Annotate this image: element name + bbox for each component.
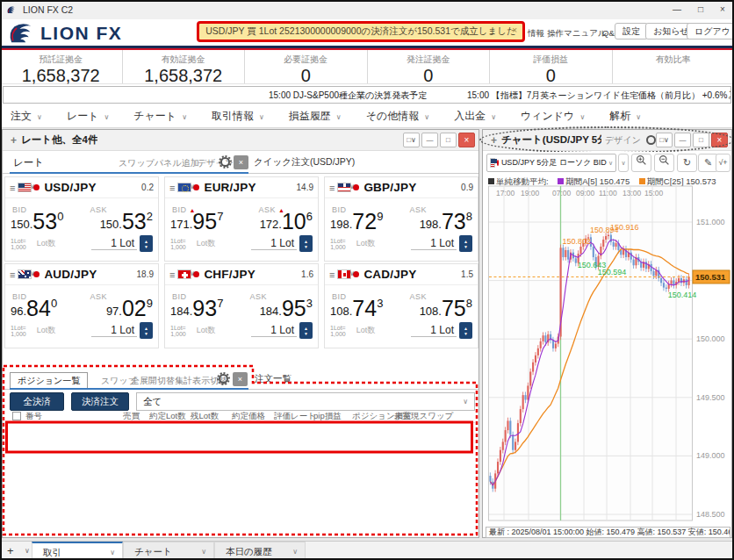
- tab-order-list[interactable]: 注文一覧: [255, 373, 291, 385]
- chevron-down-icon[interactable]: ∨: [190, 183, 195, 190]
- hamburger-icon[interactable]: ≡: [329, 269, 335, 280]
- rates-action-1[interactable]: パネル追加: [155, 157, 199, 169]
- hamburger-icon[interactable]: ≡: [169, 183, 175, 193]
- taskbar-tab-本日の履歴[interactable]: 本日の履歴∨: [214, 542, 306, 560]
- zoom-out-button[interactable]: [654, 154, 674, 172]
- rates-tab-close-icon[interactable]: ×: [234, 155, 248, 169]
- column-header-4[interactable]: 約定価格: [232, 411, 265, 422]
- column-header-1[interactable]: 売買: [123, 411, 140, 422]
- gear-icon[interactable]: [219, 374, 228, 384]
- panel-close-button[interactable]: ×: [458, 133, 475, 147]
- menu-item-入出金[interactable]: 入出金∨: [454, 109, 496, 124]
- stepper-down-icon[interactable]: ▼: [304, 331, 308, 336]
- lot-input[interactable]: 1 Lot: [91, 237, 137, 250]
- column-header-6[interactable]: pip損益: [313, 411, 342, 422]
- chevron-down-icon[interactable]: ∨: [25, 547, 30, 555]
- chart-symbol-select[interactable]: USD/JPY 5分足 ローソク BID ∨: [486, 154, 616, 172]
- bid-price[interactable]: 184.937: [170, 298, 223, 319]
- taskbar-tab-取引[interactable]: 取引∨: [32, 542, 123, 560]
- menu-item-損益履歴[interactable]: 損益履歴∨: [289, 109, 342, 124]
- ask-price[interactable]: 198.738: [420, 211, 472, 233]
- add-tab-button[interactable]: +: [7, 544, 14, 557]
- notification-close-icon[interactable]: ×: [512, 25, 517, 35]
- chevron-down-icon[interactable]: ∨: [190, 269, 195, 277]
- ask-price[interactable]: 97.029: [106, 298, 153, 319]
- rates-action-0[interactable]: スワップ: [119, 157, 155, 169]
- chart-select-expand-button[interactable]: ∨: [618, 154, 629, 172]
- ask-price[interactable]: 108.758: [420, 298, 472, 319]
- lot-stepper[interactable]: ▲▼: [299, 235, 313, 252]
- gear-icon[interactable]: [646, 135, 656, 145]
- header-button[interactable]: ログアウト: [687, 23, 734, 39]
- bid-price[interactable]: 150.530: [11, 211, 63, 233]
- indicator-button[interactable]: √+: [716, 154, 730, 172]
- bid-price[interactable]: 108.743: [330, 298, 383, 319]
- zoom-in-button[interactable]: [631, 154, 651, 172]
- stepper-down-icon[interactable]: ▼: [464, 244, 468, 249]
- taskbar-tab-チャート[interactable]: チャート∨: [123, 542, 214, 560]
- refresh-button[interactable]: ↻: [677, 154, 697, 172]
- lot-input[interactable]: 1 Lot: [91, 324, 137, 337]
- column-header-0[interactable]: 番号: [25, 411, 42, 422]
- bid-price[interactable]: 198.729: [330, 211, 383, 233]
- rates-panel-titlebar[interactable]: + レート他、全4件 □∨—□×: [3, 130, 479, 151]
- column-header-5[interactable]: 評価レート: [274, 411, 316, 422]
- lot-stepper[interactable]: ▲▼: [459, 322, 472, 339]
- ask-price[interactable]: 184.953: [260, 298, 313, 319]
- tab-position-list[interactable]: ポジション一覧: [10, 372, 88, 390]
- header-link[interactable]: 操作マニュアル: [547, 28, 607, 39]
- positions-filter-select[interactable]: 全て∨: [136, 392, 475, 411]
- positions-tab-close-icon[interactable]: ×: [233, 372, 248, 386]
- header-button[interactable]: 設定: [615, 23, 648, 39]
- hamburger-icon[interactable]: ≡: [10, 269, 15, 280]
- ask-price[interactable]: 172.106: [260, 211, 313, 233]
- stepper-down-icon[interactable]: ▼: [144, 244, 148, 249]
- ask-price[interactable]: 150.532: [100, 211, 153, 233]
- menu-item-レート[interactable]: レート∨: [67, 109, 109, 124]
- bid-price[interactable]: 171.957: [170, 211, 223, 233]
- gear-icon[interactable]: [220, 157, 230, 167]
- menu-item-ウィンドウ[interactable]: ウィンドウ∨: [521, 109, 585, 124]
- chevron-down-icon[interactable]: ∨: [30, 183, 35, 190]
- positions-action-1[interactable]: 全展開切替: [131, 375, 175, 387]
- panel-minimize-button[interactable]: —: [421, 133, 438, 147]
- lot-input[interactable]: 1 Lot: [411, 237, 457, 250]
- hamburger-icon[interactable]: ≡: [169, 269, 175, 280]
- lot-stepper[interactable]: ▲▼: [299, 322, 313, 339]
- stepper-down-icon[interactable]: ▼: [464, 331, 468, 336]
- price-chart[interactable]: 151.000150.500150.000149.500149.000148.5…: [484, 183, 732, 525]
- window-close-button[interactable]: ×: [711, 0, 734, 18]
- lot-input[interactable]: 1 Lot: [251, 237, 297, 250]
- move-icon[interactable]: +: [11, 134, 17, 147]
- tab-rate[interactable]: レート: [13, 156, 44, 169]
- panel-maximize-button[interactable]: □: [440, 133, 457, 147]
- lot-stepper[interactable]: ▲▼: [140, 235, 153, 252]
- column-header-8[interactable]: 未実現スワップ: [394, 411, 453, 422]
- select-all-checkbox[interactable]: [12, 412, 21, 420]
- stepper-down-icon[interactable]: ▼: [304, 244, 308, 249]
- chevron-down-icon[interactable]: ∨: [30, 269, 35, 277]
- menu-item-解析[interactable]: 解析∨: [609, 109, 641, 124]
- menu-item-チャート[interactable]: チャート∨: [133, 109, 187, 124]
- hamburger-icon[interactable]: ≡: [329, 183, 335, 193]
- window-minimize-button[interactable]: —: [666, 0, 688, 18]
- column-header-2[interactable]: 約定Lot数: [149, 411, 186, 422]
- menu-item-取引情報[interactable]: 取引情報∨: [212, 109, 264, 124]
- close-order-button[interactable]: 決済注文: [71, 392, 129, 411]
- close-all-button[interactable]: 全決済: [10, 392, 64, 411]
- menu-item-注文[interactable]: 注文∨: [11, 109, 42, 124]
- tab-quick-order[interactable]: クイック注文(USD/JPY): [254, 156, 355, 169]
- panel-layout-button[interactable]: □∨: [403, 133, 420, 147]
- header-link[interactable]: 情報: [528, 28, 544, 39]
- lot-stepper[interactable]: ▲▼: [459, 235, 472, 252]
- lot-input[interactable]: 1 Lot: [251, 324, 297, 337]
- bid-price[interactable]: 96.840: [11, 298, 57, 319]
- menu-item-その他情報[interactable]: その他情報∨: [366, 109, 429, 124]
- column-header-3[interactable]: 残Lot数: [191, 411, 219, 422]
- window-maximize-button[interactable]: □: [689, 0, 712, 18]
- hamburger-icon[interactable]: ≡: [10, 183, 15, 193]
- lot-stepper[interactable]: ▲▼: [140, 322, 153, 339]
- chart-panel-titlebar[interactable]: + チャート(USD/JPY 5分足 159/169 デザイン □∨—□×: [483, 130, 731, 151]
- chevron-down-icon[interactable]: ∨: [349, 183, 355, 190]
- lot-input[interactable]: 1 Lot: [411, 324, 457, 337]
